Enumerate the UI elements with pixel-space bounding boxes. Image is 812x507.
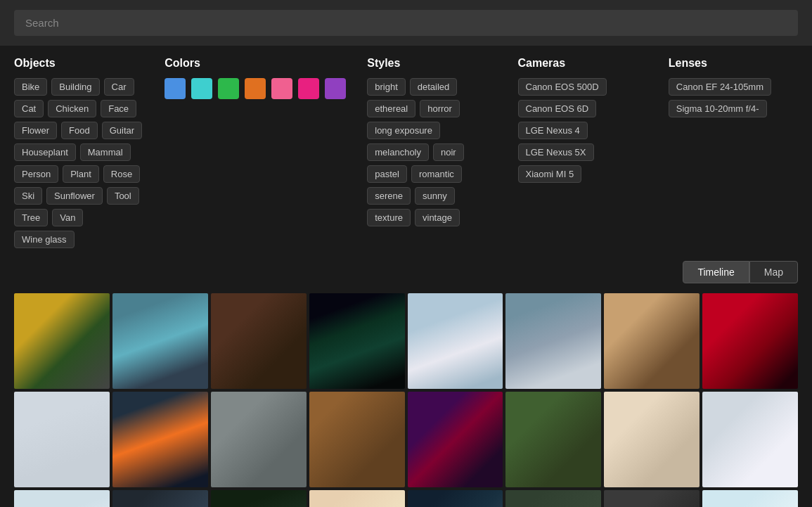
styles-filter-group: Styles brightdetailedetherealhorrorlong … bbox=[367, 57, 496, 248]
style-tag[interactable]: vintage bbox=[415, 209, 460, 226]
photo-thumbnail[interactable] bbox=[14, 392, 110, 487]
object-tag[interactable]: Ski bbox=[14, 187, 42, 205]
color-swatch-cyan[interactable] bbox=[191, 78, 212, 99]
photo-grid bbox=[0, 290, 812, 507]
photo-thumbnail[interactable] bbox=[14, 293, 110, 389]
photo-thumbnail[interactable] bbox=[112, 293, 208, 389]
color-swatch-orange[interactable] bbox=[245, 78, 266, 99]
camera-tag[interactable]: Canon EOS 500D bbox=[518, 78, 607, 96]
object-tag[interactable]: Van bbox=[52, 209, 83, 226]
photo-thumbnail[interactable] bbox=[309, 490, 405, 507]
camera-tag[interactable]: Canon EOS 6D bbox=[518, 100, 597, 117]
object-tag[interactable]: Mammal bbox=[80, 143, 131, 161]
camera-tag[interactable]: LGE Nexus 5X bbox=[518, 143, 594, 161]
object-tag[interactable]: Plant bbox=[63, 165, 99, 183]
colors-title: Colors bbox=[165, 57, 346, 70]
photo-thumbnail[interactable] bbox=[408, 490, 503, 507]
photo-thumbnail[interactable] bbox=[408, 293, 503, 389]
style-tag[interactable]: texture bbox=[367, 209, 411, 226]
camera-tag[interactable]: LGE Nexus 4 bbox=[518, 122, 588, 139]
object-tag[interactable]: Face bbox=[101, 100, 136, 117]
style-tag[interactable]: serene bbox=[367, 187, 411, 205]
photo-thumbnail[interactable] bbox=[505, 293, 601, 389]
search-input[interactable] bbox=[14, 10, 798, 36]
object-tag[interactable]: Guitar bbox=[102, 122, 142, 139]
object-tag[interactable]: Car bbox=[104, 78, 134, 96]
style-tag[interactable]: long exposure bbox=[367, 122, 440, 139]
photo-thumbnail[interactable] bbox=[112, 392, 208, 487]
color-swatches bbox=[165, 78, 346, 99]
objects-title: Objects bbox=[14, 57, 143, 70]
style-tag[interactable]: ethereal bbox=[367, 100, 415, 117]
object-tag[interactable]: Sunflower bbox=[46, 187, 103, 205]
photo-thumbnail[interactable] bbox=[211, 490, 307, 507]
timeline-button[interactable]: Timeline bbox=[683, 261, 749, 283]
style-tag[interactable]: bright bbox=[367, 78, 406, 96]
style-tag[interactable]: melancholy bbox=[367, 143, 429, 161]
camera-tag[interactable]: Xiaomi MI 5 bbox=[518, 165, 582, 183]
style-tag[interactable]: horror bbox=[420, 100, 460, 117]
object-tag[interactable]: Chicken bbox=[48, 100, 96, 117]
colors-filter-group: Colors bbox=[165, 57, 346, 248]
style-tag[interactable]: sunny bbox=[415, 187, 455, 205]
style-tag[interactable]: noir bbox=[433, 143, 464, 161]
lenses-title: Lenses bbox=[669, 57, 798, 70]
styles-title: Styles bbox=[367, 57, 496, 70]
cameras-tags: Canon EOS 500DCanon EOS 6DLGE Nexus 4LGE… bbox=[518, 78, 647, 183]
color-swatch-pink[interactable] bbox=[271, 78, 292, 99]
lens-tag[interactable]: Sigma 10-20mm f/4- bbox=[669, 100, 767, 117]
object-tag[interactable]: Wine glass bbox=[14, 231, 75, 248]
lens-tag[interactable]: Canon EF 24-105mm bbox=[669, 78, 771, 96]
cameras-filter-group: Cameras Canon EOS 500DCanon EOS 6DLGE Ne… bbox=[518, 57, 647, 248]
color-swatch-purple[interactable] bbox=[325, 78, 346, 99]
color-swatch-green[interactable] bbox=[218, 78, 239, 99]
object-tag[interactable]: Tool bbox=[107, 187, 139, 205]
object-tag[interactable]: Person bbox=[14, 165, 58, 183]
lenses-tags: Canon EF 24-105mmSigma 10-20mm f/4- bbox=[669, 78, 798, 117]
photo-thumbnail[interactable] bbox=[309, 392, 405, 487]
styles-tags: brightdetailedetherealhorrorlong exposur… bbox=[367, 78, 496, 226]
photo-thumbnail[interactable] bbox=[604, 490, 700, 507]
object-tag[interactable]: Houseplant bbox=[14, 143, 76, 161]
color-swatch-hot-pink[interactable] bbox=[298, 78, 319, 99]
objects-tags: BikeBuildingCarCatChickenFaceFlowerFoodG… bbox=[14, 78, 143, 248]
lenses-filter-group: Lenses Canon EF 24-105mmSigma 10-20mm f/… bbox=[669, 57, 798, 248]
photo-thumbnail[interactable] bbox=[604, 392, 700, 487]
object-tag[interactable]: Flower bbox=[14, 122, 57, 139]
photo-thumbnail[interactable] bbox=[309, 293, 405, 389]
object-tag[interactable]: Bike bbox=[14, 78, 47, 96]
photo-thumbnail[interactable] bbox=[702, 490, 798, 507]
map-button[interactable]: Map bbox=[749, 261, 798, 283]
photo-thumbnail[interactable] bbox=[211, 293, 307, 389]
color-swatch-blue[interactable] bbox=[165, 78, 186, 99]
style-tag[interactable]: pastel bbox=[367, 165, 407, 183]
photo-thumbnail[interactable] bbox=[604, 293, 700, 389]
photo-thumbnail[interactable] bbox=[505, 490, 601, 507]
search-bar bbox=[0, 0, 812, 46]
photo-thumbnail[interactable] bbox=[505, 392, 601, 487]
object-tag[interactable]: Cat bbox=[14, 100, 44, 117]
object-tag[interactable]: Building bbox=[51, 78, 99, 96]
object-tag[interactable]: Rose bbox=[103, 165, 140, 183]
object-tag[interactable]: Food bbox=[61, 122, 98, 139]
photo-thumbnail[interactable] bbox=[14, 490, 110, 507]
objects-filter-group: Objects BikeBuildingCarCatChickenFaceFlo… bbox=[14, 57, 143, 248]
photo-thumbnail[interactable] bbox=[112, 490, 208, 507]
cameras-title: Cameras bbox=[518, 57, 647, 70]
view-toggle: Timeline Map bbox=[0, 255, 812, 290]
photo-thumbnail[interactable] bbox=[702, 293, 798, 389]
filters-section: Objects BikeBuildingCarCatChickenFaceFlo… bbox=[0, 46, 812, 255]
photo-thumbnail[interactable] bbox=[702, 392, 798, 487]
photo-thumbnail[interactable] bbox=[408, 392, 503, 487]
photo-thumbnail[interactable] bbox=[211, 392, 307, 487]
style-tag[interactable]: romantic bbox=[411, 165, 462, 183]
style-tag[interactable]: detailed bbox=[410, 78, 458, 96]
object-tag[interactable]: Tree bbox=[14, 209, 48, 226]
